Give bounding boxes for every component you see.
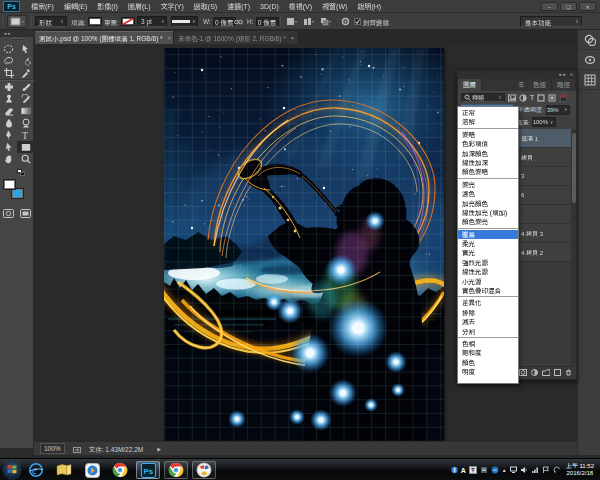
zoom-level-field[interactable]: 100% <box>40 443 65 454</box>
new-layer-icon[interactable] <box>554 369 561 377</box>
color-panel-icon[interactable] <box>578 30 600 50</box>
taskbar-app-media-player[interactable] <box>80 461 104 479</box>
opacity-select[interactable]: 39% ▾ <box>546 105 570 115</box>
blend-mode-option[interactable]: 明度 <box>458 367 518 376</box>
menu-item[interactable]: 文字(Y) <box>155 0 188 13</box>
blend-mode-option[interactable]: 小光源 <box>458 277 518 286</box>
tray-bluetooth-icon[interactable] <box>451 466 458 475</box>
tool-eyedropper[interactable] <box>17 67 34 79</box>
menu-item[interactable]: 說明(H) <box>352 0 386 13</box>
menu-item[interactable]: 檔案(F) <box>26 0 59 13</box>
tray-messenger-icon[interactable] <box>491 466 499 475</box>
geometry-options-button[interactable] <box>340 13 351 30</box>
blend-mode-option[interactable]: 溶解 <box>458 117 518 126</box>
blend-mode-option[interactable]: 分割 <box>458 327 518 336</box>
stroke-swatch[interactable] <box>121 17 135 26</box>
menu-item[interactable]: 3D(D) <box>255 0 284 13</box>
tray-action-center-icon[interactable] <box>542 466 550 475</box>
tab-close-icon[interactable]: × <box>168 35 172 41</box>
path-operations-button[interactable]: ▾ <box>285 13 298 30</box>
menu-item[interactable]: 濾鏡(T) <box>222 0 255 13</box>
menu-item[interactable]: 視窗(W) <box>317 0 352 13</box>
tool-healing[interactable] <box>0 81 17 93</box>
default-colors-icon-bg[interactable] <box>20 172 25 176</box>
blend-mode-option[interactable]: 顏色變亮 <box>458 217 518 226</box>
tray-display-icon[interactable] <box>510 466 517 474</box>
blend-mode-option[interactable]: 濾色 <box>458 189 518 198</box>
tool-stamp[interactable] <box>0 93 17 105</box>
blend-mode-option[interactable]: 變暗 <box>458 130 518 139</box>
blend-mode-option[interactable]: 正常 <box>458 108 518 117</box>
document-tab-inactive[interactable]: 未命名-1 @ 1600% (矩形 2, RGB/8) * × <box>173 31 298 44</box>
tool-pen[interactable] <box>0 129 17 141</box>
new-group-icon[interactable] <box>542 369 550 377</box>
tool-lasso[interactable] <box>0 55 17 67</box>
quick-mask-button[interactable] <box>0 207 17 219</box>
taskbar-app-image-viewer[interactable] <box>192 461 216 479</box>
blend-mode-option[interactable]: 線性加亮 (增加) <box>458 208 518 217</box>
blend-mode-option[interactable]: 差異化 <box>458 298 518 307</box>
blend-mode-option[interactable]: 實色疊印混合 <box>458 286 518 295</box>
tool-marquee[interactable] <box>0 43 17 55</box>
tray-show-hidden-icon[interactable]: ▲ <box>502 467 507 473</box>
swatches-panel-icon[interactable] <box>578 50 600 70</box>
tray-volume-icon[interactable] <box>520 466 528 475</box>
blend-mode-option[interactable]: 飽和度 <box>458 348 518 357</box>
layers-scrollbar[interactable] <box>571 129 576 366</box>
tool-type[interactable]: T <box>17 129 34 141</box>
taskbar-app-explorer[interactable] <box>52 461 76 479</box>
blend-mode-option[interactable]: 減去 <box>458 317 518 326</box>
tool-eraser[interactable] <box>0 105 17 117</box>
menu-item[interactable]: 編輯(E) <box>59 0 92 13</box>
align-edges-control[interactable]: 對齊邊緣 <box>354 13 389 30</box>
start-button[interactable] <box>2 460 22 480</box>
tool-zoom[interactable] <box>17 153 34 165</box>
tab-close-icon[interactable]: × <box>291 35 295 41</box>
link-dimensions-button[interactable] <box>234 13 243 30</box>
document-tab-active[interactable]: 測試小.psd @ 100% (圖樣填滿 1, RGB/8) * × <box>35 31 175 44</box>
path-alignment-button[interactable]: ▾ <box>302 13 315 30</box>
stroke-control[interactable]: 筆畫: <box>104 13 135 30</box>
blend-mode-option[interactable]: 線性加深 <box>458 158 518 167</box>
blend-mode-option[interactable]: 加深顏色 <box>458 149 518 158</box>
blend-mode-option[interactable]: 色相 <box>458 339 518 348</box>
tool-dodge[interactable] <box>17 117 34 129</box>
tray-app-icon[interactable] <box>480 466 488 475</box>
filter-kind-select[interactable]: 種類 ⇕ <box>461 93 505 102</box>
stroke-width-select[interactable]: 3 pt ▾ <box>137 13 167 30</box>
blend-mode-option[interactable]: 變亮 <box>458 180 518 189</box>
photoshop-logo[interactable]: Ps <box>3 1 20 12</box>
taskbar-app-photoshop[interactable]: Ps <box>136 461 160 479</box>
fill-swatch[interactable] <box>88 17 102 26</box>
tool-gradient[interactable] <box>17 105 34 117</box>
taskbar-clock[interactable]: 上午 11:52 2016/2/18 <box>564 463 598 477</box>
tool-hand[interactable] <box>0 153 17 165</box>
blend-mode-option[interactable]: 色彩增值 <box>458 139 518 148</box>
tool-quick-select[interactable] <box>17 55 34 67</box>
blend-mode-option[interactable]: 覆蓋 <box>458 230 518 239</box>
menu-item[interactable]: 檢視(V) <box>284 0 317 13</box>
tool-preset-picker[interactable]: ▾ <box>7 13 27 30</box>
collapse-panel-icon[interactable]: ◄◄ <box>558 71 566 79</box>
tool-blur[interactable] <box>0 117 17 129</box>
status-expand-arrow[interactable]: ▶ <box>157 446 161 452</box>
close-panel-icon[interactable]: ✕ <box>570 71 573 79</box>
tool-path-select[interactable] <box>0 141 17 153</box>
menu-item[interactable]: 影像(I) <box>92 0 123 13</box>
tool-brush[interactable] <box>17 81 34 93</box>
panel-tab[interactable]: 圖層 <box>458 79 482 91</box>
stroke-type-select[interactable]: ▾ <box>171 13 198 30</box>
new-adjustment-icon[interactable] <box>531 369 538 377</box>
taskbar-app-chrome[interactable] <box>108 461 132 479</box>
blend-mode-option[interactable]: 柔光 <box>458 239 518 248</box>
restore-button[interactable]: ❏ <box>560 2 577 11</box>
tool-move[interactable] <box>17 43 34 55</box>
blend-mode-option[interactable]: 顏色變暗 <box>458 167 518 176</box>
blend-mode-option[interactable]: 顏色 <box>458 358 518 367</box>
width-input[interactable]: 0 像素 <box>213 17 236 27</box>
filter-type-layers-icon[interactable]: T <box>530 94 534 101</box>
toolbar-collapse-button[interactable]: ◄◄ <box>0 30 34 37</box>
tray-ime-lang-icon[interactable] <box>469 466 477 475</box>
tray-ime-a-icon[interactable]: A <box>461 467 466 474</box>
tray-sync-icon[interactable] <box>553 466 561 475</box>
